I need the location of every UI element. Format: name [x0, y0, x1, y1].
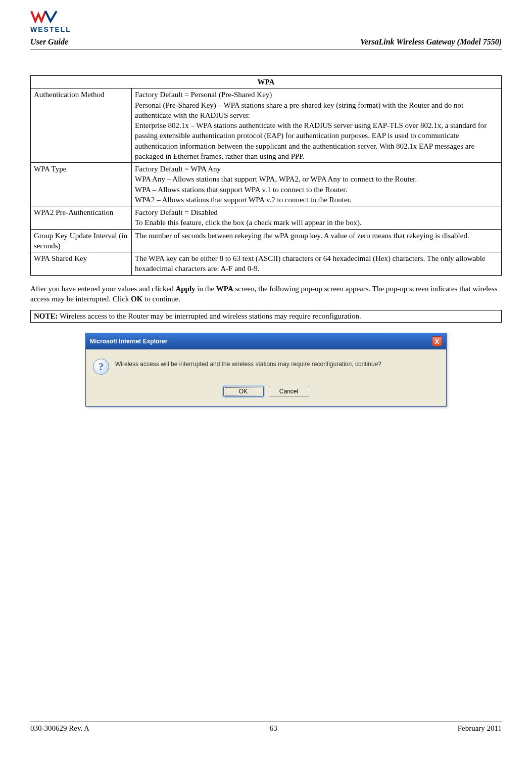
table-row: WPA2 Pre-AuthenticationFactory Default =… [31, 206, 502, 230]
cell-value: Factory Default = DisabledTo Enable this… [132, 206, 502, 230]
para-bold: WPA [216, 285, 233, 293]
header-right: VersaLink Wireless Gateway (Model 7550) [360, 37, 502, 47]
cell-label: Group Key Update Interval (in seconds) [31, 229, 132, 252]
question-glyph: ? [93, 359, 109, 375]
page-footer: 030-300629 Rev. A 63 February 2011 [30, 722, 502, 733]
cell-label: WPA2 Pre-Authentication [31, 206, 132, 230]
para-text: in the [196, 285, 216, 293]
cell-value: Factory Default = WPA AnyWPA Any – Allow… [132, 163, 502, 206]
footer-divider [30, 722, 502, 722]
cell-label: WPA Type [31, 163, 132, 206]
dialog-titlebar: Microsoft Internet Explorer X [86, 333, 446, 349]
para-text: After you have entered your values and c… [30, 285, 175, 293]
para-bold: OK [131, 295, 142, 303]
page-header: User Guide VersaLink Wireless Gateway (M… [30, 37, 502, 47]
note-text: Wireless access to the Router may be int… [58, 312, 361, 320]
cancel-button[interactable]: Cancel [269, 386, 309, 397]
confirm-dialog: Microsoft Internet Explorer X ? Wireless… [85, 333, 447, 407]
note-label: NOTE: [34, 312, 58, 320]
cell-value: The WPA key can be either 8 to 63 text (… [132, 252, 502, 276]
para-bold: Apply [175, 285, 195, 293]
table-row: Group Key Update Interval (in seconds)Th… [31, 229, 502, 252]
question-icon: ? [93, 359, 109, 375]
logo-text: WESTELL [30, 25, 502, 33]
footer-page-number: 63 [270, 724, 277, 733]
body-paragraph: After you have entered your values and c… [30, 284, 502, 304]
dialog-body: ? Wireless access will be interrupted an… [86, 349, 446, 406]
cell-value: Factory Default = Personal (Pre-Shared K… [132, 88, 502, 163]
cell-label: Authentication Method [31, 88, 132, 163]
header-divider [30, 50, 502, 50]
close-button[interactable]: X [432, 336, 442, 346]
footer-left: 030-300629 Rev. A [30, 724, 89, 733]
cell-label: WPA Shared Key [31, 252, 132, 276]
table-row: WPA TypeFactory Default = WPA AnyWPA Any… [31, 163, 502, 206]
brand-logo: WESTELL [30, 10, 502, 33]
logo-mark-icon [30, 10, 59, 25]
para-text: to continue. [142, 295, 180, 303]
close-icon: X [435, 338, 440, 345]
ok-button[interactable]: OK [223, 386, 264, 397]
table-title: WPA [31, 76, 502, 88]
wpa-table: WPA Authentication MethodFactory Default… [30, 75, 502, 276]
footer-right: February 2011 [458, 724, 502, 733]
note-box: NOTE: Wireless access to the Router may … [30, 310, 502, 323]
dialog-message: Wireless access will be interrupted and … [115, 359, 381, 368]
table-row: WPA Shared KeyThe WPA key can be either … [31, 252, 502, 276]
dialog-title: Microsoft Internet Explorer [90, 338, 167, 345]
cell-value: The number of seconds between rekeying t… [132, 229, 502, 252]
header-left: User Guide [30, 37, 68, 47]
table-row: Authentication MethodFactory Default = P… [31, 88, 502, 163]
